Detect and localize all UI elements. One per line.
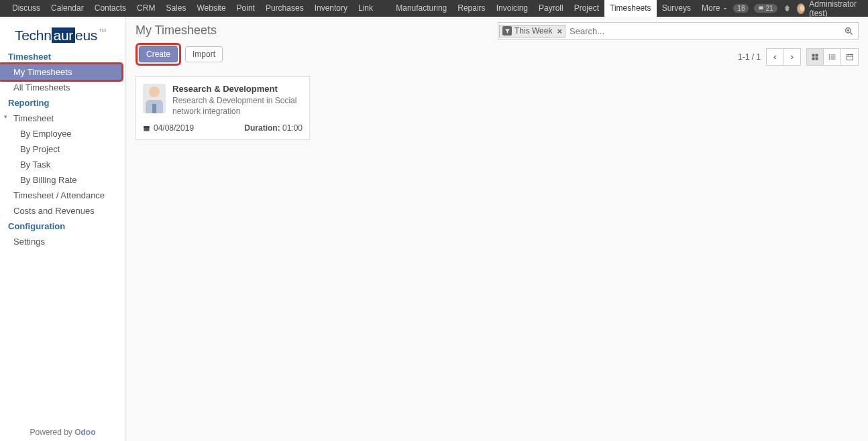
filter-label: This Week xyxy=(514,26,552,36)
pager-next-button[interactable] xyxy=(783,48,801,66)
user-name: Administrator (test) xyxy=(809,0,861,18)
sidebar-item-costs-and-revenues[interactable]: Costs and Revenues xyxy=(0,203,125,218)
nav-inventory[interactable]: Inventory xyxy=(309,0,353,17)
timesheet-card[interactable]: Research & Development Research & Develo… xyxy=(135,76,310,140)
search-advanced-icon[interactable] xyxy=(840,26,858,36)
create-button[interactable]: Create xyxy=(139,46,178,62)
user-menu[interactable]: Administrator (test) xyxy=(797,0,861,18)
employee-photo xyxy=(143,84,166,113)
card-subtitle: Research & Development in Social network… xyxy=(172,95,303,117)
svg-point-11 xyxy=(829,55,830,56)
calendar-small-icon xyxy=(143,125,150,132)
nav-invoicing[interactable]: Invoicing xyxy=(491,0,533,17)
nav-contacts[interactable]: Contacts xyxy=(89,0,131,17)
sidebar-item-by-billing-rate[interactable]: By Billing Rate xyxy=(0,172,125,188)
chevron-right-icon xyxy=(789,54,795,60)
nav-payroll[interactable]: Payroll xyxy=(533,0,569,17)
svg-line-1 xyxy=(850,32,852,34)
import-button[interactable]: Import xyxy=(185,46,223,62)
nav-timesheets[interactable]: Timesheets xyxy=(604,0,657,17)
nav-calendar[interactable]: Calendar xyxy=(46,0,89,17)
nav-point-of-sale[interactable]: Point of Sale xyxy=(231,0,260,17)
nav-crm[interactable]: CRM xyxy=(131,0,160,17)
view-switcher xyxy=(806,48,859,66)
company-logo[interactable]: TechnaureusTM xyxy=(0,17,125,49)
filter-icon xyxy=(502,26,512,36)
nav-project[interactable]: Project xyxy=(569,0,604,17)
search-bar: This Week × xyxy=(498,22,859,40)
sidebar-item-by-task[interactable]: By Task xyxy=(0,157,125,172)
nav-website[interactable]: Website xyxy=(191,0,231,17)
duration-label: Duration: xyxy=(244,123,280,133)
create-button-highlight: Create xyxy=(135,43,181,66)
svg-rect-14 xyxy=(847,55,853,60)
list-icon xyxy=(828,53,836,61)
search-filter-chip[interactable]: This Week × xyxy=(499,25,565,38)
svg-rect-19 xyxy=(144,126,149,127)
chevron-left-icon xyxy=(772,54,778,60)
svg-rect-5 xyxy=(816,54,818,57)
nav-purchases[interactable]: Purchases xyxy=(260,0,309,17)
pager-text: 1-1 / 1 xyxy=(738,52,761,62)
nav-surveys[interactable]: Surveys xyxy=(657,0,696,17)
nav-left: DiscussCalendarContactsCRMSalesWebsitePo… xyxy=(7,0,733,17)
view-list-button[interactable] xyxy=(824,48,841,66)
user-avatar-icon xyxy=(797,3,806,14)
pager-prev-button[interactable] xyxy=(766,48,783,66)
sidebar-header-configuration: Configuration xyxy=(0,218,125,234)
pager-buttons xyxy=(766,48,801,66)
svg-rect-4 xyxy=(812,54,815,57)
notification-badge[interactable]: 18 xyxy=(733,4,749,13)
kanban-icon xyxy=(811,53,819,61)
view-kanban-button[interactable] xyxy=(806,48,824,66)
nav-more[interactable]: More xyxy=(696,0,733,17)
sidebar-active-highlight: My Timesheets xyxy=(0,62,123,82)
sidebar-item-timesheet-attendance[interactable]: Timesheet / Attendance xyxy=(0,188,125,203)
view-calendar-button[interactable] xyxy=(841,48,859,66)
sidebar-item-all-timesheets[interactable]: All Timesheets xyxy=(0,80,125,95)
card-date: 04/08/2019 xyxy=(154,123,194,133)
sidebar-item-by-employee[interactable]: By Employee xyxy=(0,126,125,141)
chat-badge[interactable]: 21 xyxy=(754,4,777,13)
svg-point-12 xyxy=(829,57,830,58)
nav-link-tracker[interactable]: Link Tracker xyxy=(353,0,390,17)
chat-icon xyxy=(758,5,764,11)
sidebar-item-timesheet[interactable]: Timesheet xyxy=(0,111,125,126)
calendar-icon xyxy=(846,53,854,61)
search-input[interactable] xyxy=(565,26,840,36)
sidebar-item-settings[interactable]: Settings xyxy=(0,234,125,249)
sidebar-footer: Powered by Odoo xyxy=(0,428,125,437)
filter-remove-icon[interactable]: × xyxy=(555,26,562,36)
sidebar-item-my-timesheets[interactable]: My Timesheets xyxy=(0,64,121,80)
nav-repairs[interactable]: Repairs xyxy=(452,0,490,17)
top-navbar: DiscussCalendarContactsCRMSalesWebsitePo… xyxy=(0,0,868,17)
sidebar-header-reporting: Reporting xyxy=(0,95,125,111)
nav-manufacturing[interactable]: Manufacturing xyxy=(390,0,452,17)
svg-point-13 xyxy=(829,59,830,60)
sidebar: TechnaureusTM TimesheetMy TimesheetsAll … xyxy=(0,17,126,441)
svg-rect-6 xyxy=(812,58,815,60)
nav-right: 18 21 Administrator (test) xyxy=(733,0,861,18)
caret-down-icon xyxy=(722,6,728,11)
debug-icon[interactable] xyxy=(783,4,792,13)
card-title: Research & Development xyxy=(172,84,303,94)
nav-discuss[interactable]: Discuss xyxy=(7,0,46,17)
nav-sales[interactable]: Sales xyxy=(160,0,191,17)
content-area: My Timesheets This Week × Create Import xyxy=(126,17,868,441)
sidebar-item-by-project[interactable]: By Project xyxy=(0,141,125,157)
duration-value: 01:00 xyxy=(282,123,303,133)
svg-rect-7 xyxy=(816,58,818,60)
odoo-link[interactable]: Odoo xyxy=(74,428,95,437)
